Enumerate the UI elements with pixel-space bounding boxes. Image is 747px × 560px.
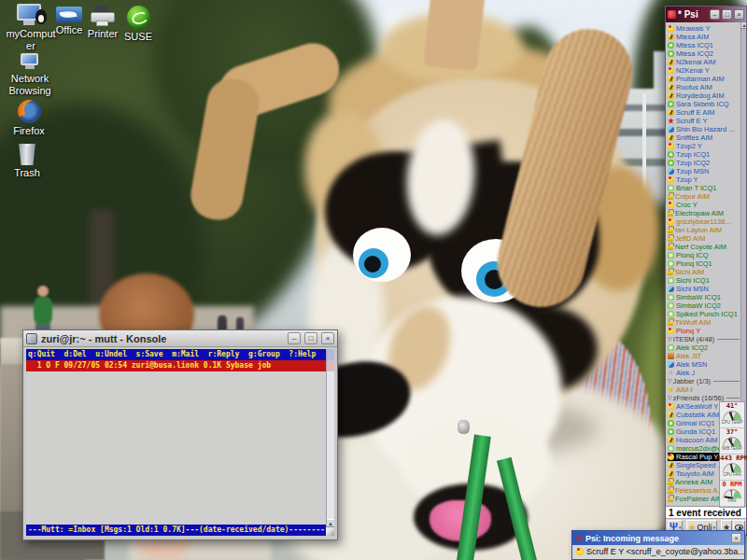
contact-label: Mtesa AIM <box>676 33 709 41</box>
roster-contact[interactable]: Rorydedog AIM <box>668 91 740 100</box>
icq-icon <box>668 42 674 49</box>
roster-contact[interactable]: Tzup2 Y <box>668 142 740 150</box>
roster-contact[interactable]: Alek MSN <box>668 360 740 369</box>
roster-contact[interactable]: Shin Bio Hazard ... <box>668 125 740 133</box>
desktop-icon-label: Network Browsing <box>0 73 60 97</box>
roster-contact[interactable]: Sichi MSN <box>668 285 740 293</box>
desktop-icon-trash[interactable]: Trash <box>0 142 54 179</box>
scroll-up-icon[interactable]: ▲ <box>327 519 335 527</box>
roster-contact[interactable]: SimbaW ICQ1 <box>668 293 740 301</box>
roster-contact[interactable]: Croc Y <box>668 201 740 209</box>
roster-contact[interactable]: Plonq ICQ1 <box>668 259 740 268</box>
contact-label: Huscoon AIM <box>676 436 718 444</box>
minimize-button[interactable]: – <box>710 9 720 20</box>
contact-label: Sichi AIM <box>675 268 704 276</box>
roster-contact[interactable]: Spiked Punch ICQ1 <box>668 310 740 318</box>
group-collapse-icon[interactable]: ▽ <box>668 335 672 343</box>
contact-label: Felesaerius A... <box>675 486 724 495</box>
maximize-button[interactable]: □ <box>722 9 732 20</box>
roster-contact[interactable]: Cnipur AIM <box>668 192 740 201</box>
roster-contact[interactable]: TkWuff AIM <box>668 318 740 327</box>
contact-label: Tzup MSN <box>676 167 709 175</box>
psi-app-icon[interactable] <box>668 10 676 19</box>
roster-contact[interactable]: Pruitarman AIM <box>668 75 740 83</box>
roster-contact[interactable]: Brian T ICQ1 <box>668 184 740 192</box>
close-button[interactable]: × <box>321 332 334 344</box>
roster-contact[interactable]: Tzup Y <box>668 175 740 184</box>
roster-contact[interactable]: Mtesa ICQ1 <box>668 41 740 49</box>
roster-group-label: Jabber (1/3) <box>673 377 711 385</box>
roster-contact[interactable]: Scruff E AIM <box>668 108 740 117</box>
roster-contact[interactable]: Roofus AIM <box>668 83 740 91</box>
roster-contact[interactable]: JeffD AIM <box>668 234 740 243</box>
desktop-icon-label: Trash <box>0 167 54 179</box>
contact-label: Nerf Coyote AIM <box>675 243 726 251</box>
terminal-scrollbar[interactable]: ▲ ▼ <box>326 349 334 536</box>
konsole-window: zuri@jr:~ - mutt - Konsole – □ × q:Quit … <box>22 329 338 540</box>
aim-lock-icon <box>668 497 673 502</box>
roster-contact[interactable]: Alek J <box>668 369 740 377</box>
icq-away-icon <box>668 260 674 267</box>
close-button[interactable]: × <box>731 533 741 543</box>
maximize-button[interactable]: □ <box>304 332 317 344</box>
contact-label: AIM-t <box>676 385 693 394</box>
icq-away-icon <box>668 302 674 309</box>
contact-label: Mtesa ICQ2 <box>676 49 713 58</box>
roster-contact[interactable]: Sniffles AIM <box>668 133 740 142</box>
resize-grip[interactable] <box>326 527 334 536</box>
roster-contact[interactable]: Sichi ICQ1 <box>668 276 740 285</box>
mutt-selected-message-row[interactable]: 1 O F 09/27/05 02:54 zuri@busa.lionk 0.1… <box>26 360 334 371</box>
group-collapse-icon[interactable]: ▽ <box>668 394 672 402</box>
contact-label: Cubstatik AIM <box>676 411 719 419</box>
notification-titlebar[interactable]: Psi: Incoming message × <box>572 531 744 545</box>
contact-label: Sichi MSN <box>676 285 709 293</box>
roster-contact[interactable]: N2Kenai Y <box>668 66 740 75</box>
roster-contact[interactable]: Mtesa ICQ2 <box>668 49 740 58</box>
roster-contact[interactable]: AIM-t <box>668 385 740 394</box>
group-divider-line <box>726 398 740 399</box>
contact-label: Pruitarman AIM <box>676 75 725 83</box>
roster-contact[interactable]: SimbaW ICQ2 <box>668 301 740 310</box>
roster-contact[interactable]: Sara Skbmb ICQ <box>668 100 740 108</box>
roster-contact[interactable]: Mirawais Y <box>668 24 740 33</box>
desktop-icon-suse[interactable]: SUSE <box>114 6 162 43</box>
terminal-area[interactable]: q:Quit d:Del u:Undel s:Save m:Mail r:Rep… <box>23 347 337 539</box>
group-collapse-icon[interactable]: ▽ <box>668 377 672 385</box>
aim-lock-icon <box>668 481 673 485</box>
konsole-titlebar[interactable]: zuri@jr:~ - mutt - Konsole – □ × <box>23 330 337 347</box>
roster-contact[interactable]: Plonq Y <box>668 327 740 335</box>
roster-contact[interactable]: Plonq ICQ <box>668 251 740 259</box>
yahoo-icon <box>668 67 674 74</box>
scroll-up-icon[interactable]: ▲ <box>741 22 746 29</box>
yahoo-icon <box>668 403 674 410</box>
mutt-help-bar: q:Quit d:Del u:Undel s:Save m:Mail r:Rep… <box>26 349 334 360</box>
roster-contact[interactable]: Electropaw AIM <box>668 209 740 217</box>
roster-contact[interactable]: Sichi AIM <box>668 268 740 276</box>
photo-shape <box>423 0 486 72</box>
aim-icon <box>668 412 674 418</box>
psi-titlebar[interactable]: * Psi – □ × <box>666 7 746 22</box>
roster-contact[interactable]: Ian Layton AIM <box>668 226 740 234</box>
minimize-button[interactable]: – <box>288 332 301 344</box>
desktop-icon-firefox[interactable]: Firefox <box>0 100 58 137</box>
roster-contact[interactable]: Alek JIT <box>668 352 740 360</box>
roster-contact[interactable]: Mtesa AIM <box>668 33 740 41</box>
roster-group-header[interactable]: ▽ITESM (4/48) <box>668 335 740 343</box>
contact-label: Mtesa ICQ1 <box>676 41 713 49</box>
roster-contact[interactable]: grizzlybear1138... <box>668 217 740 226</box>
konsole-window-icon[interactable] <box>26 333 37 344</box>
roster-contact[interactable]: Tzup MSN <box>668 167 740 175</box>
roster-contact[interactable]: Scruff E Y <box>668 117 740 125</box>
aim-icon <box>668 462 674 469</box>
terminal-transparent-body[interactable] <box>26 371 334 525</box>
roster-group-header[interactable]: ▽Jabber (1/3) <box>668 377 740 385</box>
notification-body[interactable]: Scruff E Y <scruff_e_coyote@yahoo.3ba...… <box>572 545 744 558</box>
roster-contact[interactable]: Alek ICQ2 <box>668 343 740 352</box>
roster-contact[interactable]: N2kenai AIM <box>668 58 740 66</box>
desktop-icon-network-browsing[interactable]: Network Browsing <box>0 53 60 97</box>
roster-contact[interactable]: Tzup ICQ1 <box>668 150 740 159</box>
close-button[interactable]: × <box>734 9 744 20</box>
roster-contact[interactable]: Nerf Coyote AIM <box>668 243 740 251</box>
konsole-title: zuri@jr:~ - mutt - Konsole <box>41 333 284 344</box>
roster-contact[interactable]: Tzup ICQ2 <box>668 159 740 167</box>
